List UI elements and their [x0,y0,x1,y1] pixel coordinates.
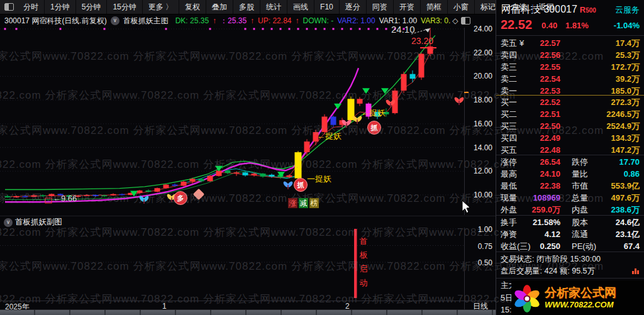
y-axis-label: 14.00 [474,143,492,152]
chart-header: 300017 网宿科技(日线.前复权) ∨ 首板抓妖主图 DK: 25.35↑ … [0,14,496,28]
stock-title[interactable]: 300017 网宿科技(日线.前复权) [4,14,107,28]
btn-mark[interactable]: 标记 [475,0,502,14]
y-axis-label: 20.00 [474,72,492,80]
sub-y-axis-label: 0.50 [478,258,492,267]
btn-drawline[interactable]: 画线 [287,0,314,14]
bid-row-1[interactable]: 买一22.52272.3万 [496,97,644,108]
btn-kaizi[interactable]: 开资 [394,0,421,14]
btn-fuquan[interactable]: 复权 [179,0,206,14]
up-arrow-icon: ↑ [250,14,254,28]
annotation-zhuayao-3: ←捉妖 [361,108,386,119]
panel-toggle-icon[interactable] [4,3,14,11]
tab-5min[interactable]: 5分钟 [76,0,108,14]
btn-add-watchlist[interactable]: +自选 [502,0,533,14]
indicator-dk2-value: ：25.35 [220,14,247,28]
stat-row: 收益(三)0.250PE(动)67.4 [496,241,644,252]
last-price: 22.52 [501,18,532,32]
stat-row: 现量108969总量497.6万 [496,192,644,204]
ask-row-5[interactable]: 卖五¥22.5717.4万 [496,38,644,49]
margin-500-tag: 500 [586,7,596,14]
y-axis-label: 12.00 [474,167,492,175]
price-change: 0.40 [541,21,557,30]
logo-site-url: WWW.70822.COM [545,300,616,309]
ask-row-4[interactable]: 卖四22.5625.3万 [496,50,644,61]
svg-text:多: 多 [177,194,184,202]
signal-text-ban: 板 [359,250,368,261]
partial-row: 15: [501,306,511,314]
price-axis: 24.0022.0020.0018.0016.0014.0012.0010.00 [464,28,496,215]
divider [496,155,644,155]
y-axis-label: 22.00 [474,48,492,57]
stat-row: 净资4.12流通23.1亿 [496,229,644,240]
stat-row: 换手21.58%股本24.6亿 [496,217,644,228]
sector-change-pct: -1.04% [614,21,640,30]
annotation-zhuayao-1: 一捉妖 [307,174,331,185]
chevron-down-icon[interactable]: ∨ [4,218,13,227]
tab-1min[interactable]: 1分钟 [45,0,76,14]
btn-zhufen[interactable]: 逐分 [340,0,367,14]
sub-chart-axis: 1.000.750.50 [464,228,496,301]
sub-y-axis-label: 0.75 [478,242,492,251]
indicator-down-value: DOWN: - [303,14,333,28]
horizontal-scrollbar[interactable] [0,309,496,315]
indicator-dk-value: DK: 25.35 [175,14,209,28]
stat-row: 最高24.10量比0.86 [496,169,644,180]
btn-xiaochuang[interactable]: 小窗 [448,0,475,14]
chevron-down-icon[interactable]: ∨ [111,16,119,25]
main-chart-canvas[interactable]: 多抓抓 [0,28,464,216]
indicator-var2-value: VAR2: 1.00 [337,14,375,28]
sub-chart-header: ∨ 首板抓妖副图 [0,216,496,228]
quote-panel: 网宿科技 300017R500 云服务 22.52 0.40 1.81% -1.… [496,0,644,315]
analyst-site-logo: 分析家公式网 WWW.70822.COM [511,280,644,315]
tab-timeshare[interactable]: 分时 [18,0,45,14]
divider [496,251,644,252]
sector-label[interactable]: 云服务 [615,4,640,16]
btn-tongzi[interactable]: 同资 [367,0,394,14]
diamond-icon: ◇ [452,14,458,28]
y-axis-label: 18.00 [474,96,492,104]
mini-volume-icon[interactable] [632,268,639,274]
badge-zhang: 涨 [288,198,297,208]
up-arrow-icon: ↑ [295,14,299,28]
bid-row-2[interactable]: 买二22.512246.5万 [496,109,644,120]
main-indicator-name[interactable]: 首板抓妖主图 [123,14,169,28]
bid-row-3[interactable]: 买三22.502524.9万 [496,121,644,132]
signal-text-shou: 首 [359,236,368,247]
badge-jian: 减 [299,198,308,208]
y-axis-label: 16.00 [474,119,492,128]
trading-app-window: 分析家公式网www.70822.com 分析家公式网www.70822.com … [0,0,644,315]
btn-jiankuang[interactable]: 简框 [421,0,448,14]
tab-15min[interactable]: 15分钟 [107,0,142,14]
sub-chart-canvas[interactable] [0,228,464,301]
up-arrow-icon: ↑ [213,14,216,28]
btn-multistock[interactable]: 多股 [233,0,260,14]
annotation-zhuayao-2: ←捉妖 [317,131,341,142]
indicator-var1-value: VAR1: 1.00 [379,14,417,28]
btn-back[interactable]: 返回 [533,0,560,14]
top-toolbar: 分时 1分钟 5分钟 15分钟 更多 〉 复权 叠加 多股 统计 画线 F10 … [0,0,496,14]
logo-site-name: 分析家公式网 [545,286,616,300]
signal-text-dong: 动 [359,277,368,289]
ask-row-3[interactable]: 卖三22.55172.7万 [496,62,644,73]
btn-f10[interactable]: F10 [314,0,340,14]
signal-text-qi: 启 [359,263,368,275]
annotation-level-price: 23.20 [411,36,433,46]
badge-bang: 榜 [309,198,319,208]
mouse-cursor [462,200,472,214]
divider [496,215,644,216]
ask-row-2[interactable]: 卖二22.5439.2万 [496,74,644,85]
stat-row: 最低22.38市值553.9亿 [496,180,644,192]
btn-stats[interactable]: 统计 [260,0,287,14]
bid-row-4[interactable]: 买四22.49134.3万 [496,133,644,144]
annotation-start-price: ←9.66 [53,194,77,203]
tab-more[interactable]: 更多 〉 [143,0,179,14]
sub-indicator-name[interactable]: 首板抓妖副图 [15,217,62,228]
svg-text:抓: 抓 [370,124,379,131]
btn-overlay[interactable]: 叠加 [206,0,233,14]
bid-ask-divider [496,95,644,96]
stat-row: 外盘259.0万内盘238.6万 [496,204,644,216]
panel-layout-icon[interactable] [461,17,470,25]
after-hours-volume: 盘后交易量: 424 额: 95.5万 [501,266,595,277]
time-axis: 2025年 1 2 [0,301,496,310]
divider [496,278,644,279]
